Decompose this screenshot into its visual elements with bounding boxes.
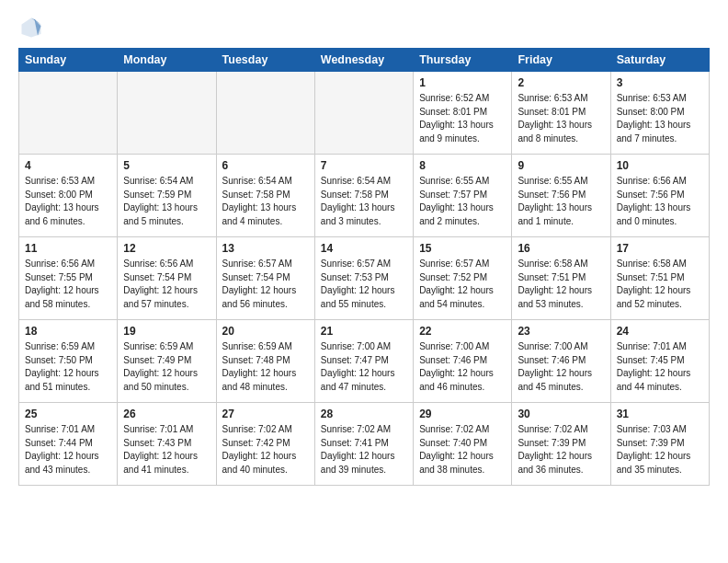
calendar-week-4: 18Sunrise: 6:59 AM Sunset: 7:50 PM Dayli… bbox=[19, 320, 710, 403]
day-info: Sunrise: 6:53 AM Sunset: 8:01 PM Dayligh… bbox=[518, 92, 604, 145]
day-number: 20 bbox=[222, 325, 309, 338]
calendar-cell: 1Sunrise: 6:52 AM Sunset: 8:01 PM Daylig… bbox=[414, 72, 512, 155]
day-number: 3 bbox=[617, 76, 703, 89]
day-number: 18 bbox=[25, 325, 111, 338]
day-info: Sunrise: 6:59 AM Sunset: 7:49 PM Dayligh… bbox=[123, 340, 210, 394]
header bbox=[18, 15, 710, 40]
calendar-cell: 22Sunrise: 7:00 AM Sunset: 7:46 PM Dayli… bbox=[414, 320, 512, 403]
calendar-cell: 24Sunrise: 7:01 AM Sunset: 7:45 PM Dayli… bbox=[610, 320, 709, 403]
day-info: Sunrise: 6:56 AM Sunset: 7:56 PM Dayligh… bbox=[617, 175, 703, 228]
day-number: 2 bbox=[518, 76, 604, 89]
calendar-cell bbox=[19, 72, 118, 155]
calendar-cell: 31Sunrise: 7:03 AM Sunset: 7:39 PM Dayli… bbox=[610, 403, 709, 486]
day-number: 14 bbox=[321, 242, 407, 255]
calendar-cell: 8Sunrise: 6:55 AM Sunset: 7:57 PM Daylig… bbox=[414, 155, 512, 237]
col-header-thursday: Thursday bbox=[414, 49, 512, 72]
day-info: Sunrise: 6:57 AM Sunset: 7:54 PM Dayligh… bbox=[222, 258, 309, 311]
calendar-week-3: 11Sunrise: 6:56 AM Sunset: 7:55 PM Dayli… bbox=[19, 237, 710, 320]
page: SundayMondayTuesdayWednesdayThursdayFrid… bbox=[0, 0, 728, 500]
day-info: Sunrise: 6:56 AM Sunset: 7:54 PM Dayligh… bbox=[123, 258, 210, 311]
calendar-header-row: SundayMondayTuesdayWednesdayThursdayFrid… bbox=[19, 49, 710, 72]
day-info: Sunrise: 6:57 AM Sunset: 7:52 PM Dayligh… bbox=[419, 258, 506, 311]
day-number: 19 bbox=[123, 325, 210, 338]
day-info: Sunrise: 6:55 AM Sunset: 7:56 PM Dayligh… bbox=[518, 175, 604, 228]
calendar-table: SundayMondayTuesdayWednesdayThursdayFrid… bbox=[18, 48, 710, 486]
col-header-friday: Friday bbox=[512, 49, 610, 72]
day-number: 25 bbox=[25, 408, 111, 420]
day-info: Sunrise: 7:00 AM Sunset: 7:46 PM Dayligh… bbox=[419, 340, 506, 394]
col-header-monday: Monday bbox=[118, 49, 216, 72]
day-info: Sunrise: 6:54 AM Sunset: 7:58 PM Dayligh… bbox=[321, 175, 407, 228]
day-number: 29 bbox=[419, 408, 506, 420]
day-number: 17 bbox=[617, 242, 703, 255]
day-info: Sunrise: 6:53 AM Sunset: 8:00 PM Dayligh… bbox=[25, 175, 111, 228]
calendar-cell: 4Sunrise: 6:53 AM Sunset: 8:00 PM Daylig… bbox=[19, 155, 118, 237]
calendar-cell: 20Sunrise: 6:59 AM Sunset: 7:48 PM Dayli… bbox=[216, 320, 314, 403]
day-number: 12 bbox=[123, 242, 210, 255]
logo bbox=[18, 15, 48, 40]
calendar-cell: 23Sunrise: 7:00 AM Sunset: 7:46 PM Dayli… bbox=[512, 320, 610, 403]
calendar-cell bbox=[216, 72, 314, 155]
calendar-cell: 2Sunrise: 6:53 AM Sunset: 8:01 PM Daylig… bbox=[512, 72, 610, 155]
calendar-cell: 29Sunrise: 7:02 AM Sunset: 7:40 PM Dayli… bbox=[414, 403, 512, 486]
calendar-cell: 30Sunrise: 7:02 AM Sunset: 7:39 PM Dayli… bbox=[512, 403, 610, 486]
day-info: Sunrise: 7:02 AM Sunset: 7:42 PM Dayligh… bbox=[222, 423, 309, 477]
calendar-cell: 28Sunrise: 7:02 AM Sunset: 7:41 PM Dayli… bbox=[314, 403, 413, 486]
day-info: Sunrise: 6:54 AM Sunset: 7:58 PM Dayligh… bbox=[222, 175, 309, 228]
calendar-cell: 11Sunrise: 6:56 AM Sunset: 7:55 PM Dayli… bbox=[19, 237, 118, 320]
calendar-week-5: 25Sunrise: 7:01 AM Sunset: 7:44 PM Dayli… bbox=[19, 403, 710, 486]
day-info: Sunrise: 6:54 AM Sunset: 7:59 PM Dayligh… bbox=[123, 175, 210, 228]
day-info: Sunrise: 6:58 AM Sunset: 7:51 PM Dayligh… bbox=[518, 258, 604, 311]
day-info: Sunrise: 7:03 AM Sunset: 7:39 PM Dayligh… bbox=[617, 423, 703, 477]
calendar-cell: 6Sunrise: 6:54 AM Sunset: 7:58 PM Daylig… bbox=[216, 155, 314, 237]
day-number: 27 bbox=[222, 408, 309, 420]
col-header-sunday: Sunday bbox=[19, 49, 118, 72]
day-info: Sunrise: 7:01 AM Sunset: 7:45 PM Dayligh… bbox=[617, 340, 703, 394]
calendar-cell: 19Sunrise: 6:59 AM Sunset: 7:49 PM Dayli… bbox=[118, 320, 216, 403]
col-header-wednesday: Wednesday bbox=[314, 49, 413, 72]
calendar-cell: 13Sunrise: 6:57 AM Sunset: 7:54 PM Dayli… bbox=[216, 237, 314, 320]
day-info: Sunrise: 6:59 AM Sunset: 7:50 PM Dayligh… bbox=[25, 340, 111, 394]
calendar-cell bbox=[314, 72, 413, 155]
day-info: Sunrise: 6:56 AM Sunset: 7:55 PM Dayligh… bbox=[25, 258, 111, 311]
calendar-cell: 14Sunrise: 6:57 AM Sunset: 7:53 PM Dayli… bbox=[314, 237, 413, 320]
logo-icon bbox=[18, 15, 44, 40]
calendar-cell: 25Sunrise: 7:01 AM Sunset: 7:44 PM Dayli… bbox=[19, 403, 118, 486]
day-number: 4 bbox=[25, 159, 111, 172]
day-info: Sunrise: 6:52 AM Sunset: 8:01 PM Dayligh… bbox=[419, 92, 506, 145]
calendar-cell: 17Sunrise: 6:58 AM Sunset: 7:51 PM Dayli… bbox=[610, 237, 709, 320]
day-info: Sunrise: 6:59 AM Sunset: 7:48 PM Dayligh… bbox=[222, 340, 309, 394]
day-number: 10 bbox=[617, 159, 703, 172]
calendar-cell bbox=[118, 72, 216, 155]
day-info: Sunrise: 6:58 AM Sunset: 7:51 PM Dayligh… bbox=[617, 258, 703, 311]
day-number: 7 bbox=[321, 159, 407, 172]
day-info: Sunrise: 7:01 AM Sunset: 7:43 PM Dayligh… bbox=[123, 423, 210, 477]
day-number: 13 bbox=[222, 242, 309, 255]
calendar-cell: 9Sunrise: 6:55 AM Sunset: 7:56 PM Daylig… bbox=[512, 155, 610, 237]
col-header-saturday: Saturday bbox=[610, 49, 709, 72]
day-number: 16 bbox=[518, 242, 604, 255]
day-info: Sunrise: 6:53 AM Sunset: 8:00 PM Dayligh… bbox=[617, 92, 703, 145]
day-number: 30 bbox=[518, 408, 604, 420]
calendar-cell: 21Sunrise: 7:00 AM Sunset: 7:47 PM Dayli… bbox=[314, 320, 413, 403]
day-number: 28 bbox=[321, 408, 407, 420]
calendar-cell: 12Sunrise: 6:56 AM Sunset: 7:54 PM Dayli… bbox=[118, 237, 216, 320]
calendar-cell: 26Sunrise: 7:01 AM Sunset: 7:43 PM Dayli… bbox=[118, 403, 216, 486]
day-number: 26 bbox=[123, 408, 210, 420]
day-number: 22 bbox=[419, 325, 506, 338]
calendar-cell: 7Sunrise: 6:54 AM Sunset: 7:58 PM Daylig… bbox=[314, 155, 413, 237]
calendar-cell: 3Sunrise: 6:53 AM Sunset: 8:00 PM Daylig… bbox=[610, 72, 709, 155]
calendar-cell: 15Sunrise: 6:57 AM Sunset: 7:52 PM Dayli… bbox=[414, 237, 512, 320]
calendar-cell: 27Sunrise: 7:02 AM Sunset: 7:42 PM Dayli… bbox=[216, 403, 314, 486]
day-info: Sunrise: 7:01 AM Sunset: 7:44 PM Dayligh… bbox=[25, 423, 111, 477]
col-header-tuesday: Tuesday bbox=[216, 49, 314, 72]
day-number: 8 bbox=[419, 159, 506, 172]
day-info: Sunrise: 7:02 AM Sunset: 7:39 PM Dayligh… bbox=[518, 423, 604, 477]
day-number: 23 bbox=[518, 325, 604, 338]
day-info: Sunrise: 6:55 AM Sunset: 7:57 PM Dayligh… bbox=[419, 175, 506, 228]
day-info: Sunrise: 7:02 AM Sunset: 7:41 PM Dayligh… bbox=[321, 423, 407, 477]
calendar-cell: 18Sunrise: 6:59 AM Sunset: 7:50 PM Dayli… bbox=[19, 320, 118, 403]
calendar-week-2: 4Sunrise: 6:53 AM Sunset: 8:00 PM Daylig… bbox=[19, 155, 710, 237]
day-number: 15 bbox=[419, 242, 506, 255]
day-number: 24 bbox=[617, 325, 703, 338]
